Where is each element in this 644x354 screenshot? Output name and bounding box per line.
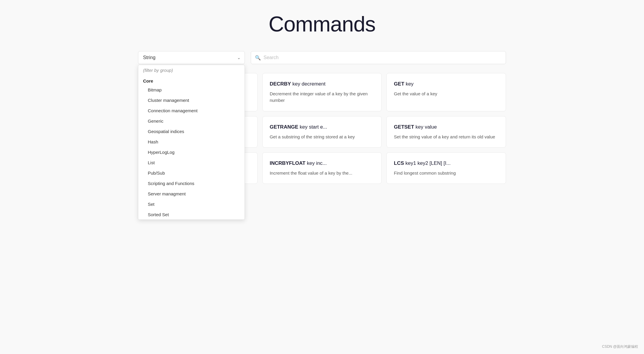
dropdown-item-hyperloglog[interactable]: HyperLogLog — [138, 147, 245, 157]
search-input[interactable] — [251, 51, 506, 64]
dropdown-menu[interactable]: (filter by group) Core Bitmap Cluster ma… — [138, 65, 245, 220]
command-title-lcs: LCS key1 key2 [LEN] [I... — [394, 160, 499, 167]
watermark: CSDN @面向鸿蒙编程 — [602, 344, 638, 349]
command-card-get[interactable]: GET key Get the value of a key — [386, 73, 506, 111]
dropdown-item-bitmap[interactable]: Bitmap — [138, 85, 245, 95]
controls-row: String ⌄ (filter by group) Core Bitmap C… — [138, 51, 506, 64]
command-title-getset: GETSET key value — [394, 124, 499, 131]
dropdown-item-geospatial[interactable]: Geospatial indices — [138, 126, 245, 137]
dropdown-item-server[interactable]: Server managment — [138, 189, 245, 199]
dropdown-item-pubsub[interactable]: Pub/Sub — [138, 168, 245, 178]
group-filter-dropdown[interactable]: String ⌄ (filter by group) Core Bitmap C… — [138, 51, 245, 64]
dropdown-selected-label: String — [143, 55, 156, 60]
dropdown-item-connection[interactable]: Connection management — [138, 105, 245, 116]
dropdown-item-generic[interactable]: Generic — [138, 116, 245, 126]
command-title-get: GET key — [394, 80, 499, 88]
command-desc-getrange: Get a substring of the string stored at … — [270, 134, 375, 140]
dropdown-scroll[interactable]: (filter by group) Core Bitmap Cluster ma… — [138, 65, 245, 219]
command-title-incrbyfloat: INCRBYFLOAT key inc... — [270, 160, 375, 167]
dropdown-item-sortedset[interactable]: Sorted Set — [138, 209, 245, 219]
command-desc-lcs: Find longest common substring — [394, 170, 499, 177]
dropdown-trigger[interactable]: String — [138, 51, 245, 64]
command-card-getrange[interactable]: GETRANGE key start e... Get a substring … — [262, 116, 382, 148]
command-desc-getset: Set the string value of a key and return… — [394, 134, 499, 140]
dropdown-group-header-core: Core — [138, 75, 245, 85]
search-wrapper: 🔍 — [251, 51, 506, 64]
command-title-decrby: DECRBY key decrement — [270, 80, 375, 88]
search-icon: 🔍 — [255, 55, 261, 61]
command-card-lcs[interactable]: LCS key1 key2 [LEN] [I... Find longest c… — [386, 152, 506, 184]
command-card-decrby[interactable]: DECRBY key decrement Decrement the integ… — [262, 73, 382, 111]
dropdown-item-hash[interactable]: Hash — [138, 137, 245, 147]
command-desc-incrbyfloat: Increment the float value of a key by th… — [270, 170, 375, 177]
dropdown-item-list[interactable]: List — [138, 157, 245, 168]
command-card-getset[interactable]: GETSET key value Set the string value of… — [386, 116, 506, 148]
dropdown-item-scripting[interactable]: Scripting and Functions — [138, 178, 245, 189]
command-title-getrange: GETRANGE key start e... — [270, 124, 375, 131]
dropdown-item-cluster[interactable]: Cluster management — [138, 95, 245, 105]
command-desc-get: Get the value of a key — [394, 91, 499, 97]
dropdown-item-set[interactable]: Set — [138, 199, 245, 209]
command-desc-decrby: Decrement the integer value of a key by … — [270, 91, 375, 104]
dropdown-placeholder-item[interactable]: (filter by group) — [138, 65, 245, 75]
command-card-incrbyfloat[interactable]: INCRBYFLOAT key inc... Increment the flo… — [262, 152, 382, 184]
page-title: Commands — [138, 12, 506, 36]
